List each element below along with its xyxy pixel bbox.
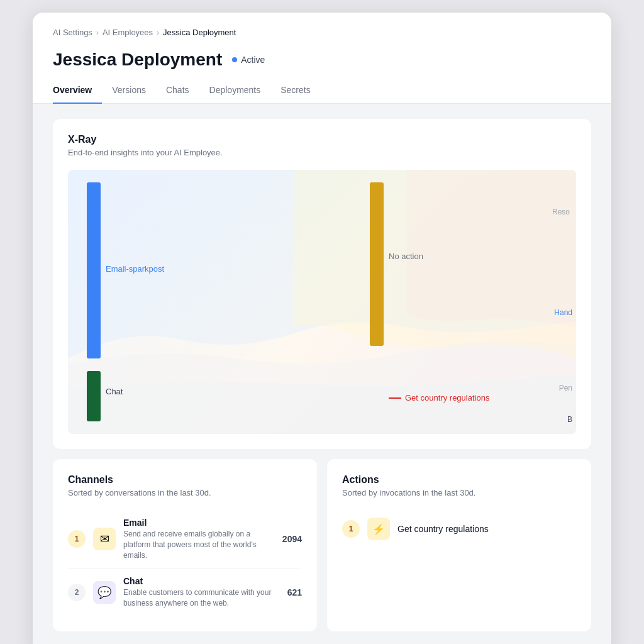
channel-chat-desc: Enable customers to communicate with you… xyxy=(123,587,280,609)
page-header: Jessica Deployment Active xyxy=(33,45,611,70)
page-title: Jessica Deployment xyxy=(53,50,222,70)
xray-subtitle: End-to-end insights into your AI Employe… xyxy=(68,148,576,157)
channels-subtitle: Sorted by conversations in the last 30d. xyxy=(68,488,302,497)
channels-card: Channels Sorted by conversations in the … xyxy=(53,459,317,631)
channel-chat-item: 2 💬 Chat Enable customers to communicate… xyxy=(68,569,302,616)
label-pen: Pen xyxy=(559,384,572,392)
status-label: Active xyxy=(241,55,265,65)
channels-title: Channels xyxy=(68,474,302,486)
content-area: X-Ray End-to-end insights into your AI E… xyxy=(33,104,611,644)
channel-email-name: Email xyxy=(123,518,275,528)
label-hand: Hand xyxy=(554,308,572,317)
breadcrumb-ai-settings[interactable]: AI Settings xyxy=(53,28,92,37)
label-getcountry: Get country regulations xyxy=(389,393,489,402)
breadcrumb-ai-employees[interactable]: AI Employees xyxy=(103,28,153,37)
tabs-container: Overview Versions Chats Deployments Secr… xyxy=(33,70,611,104)
action-getcountry-item: 1 ⚡ Get country regulations xyxy=(342,510,576,548)
tab-overview[interactable]: Overview xyxy=(53,80,102,104)
status-dot xyxy=(232,57,237,62)
breadcrumb-sep-2: › xyxy=(157,28,159,37)
xray-card: X-Ray End-to-end insights into your AI E… xyxy=(53,119,591,449)
channels-list: 1 ✉ Email Send and receive emails global… xyxy=(68,510,302,616)
label-reso: Reso xyxy=(552,208,570,216)
bar-email xyxy=(87,182,101,358)
label-email: Email-sparkpost xyxy=(106,264,164,274)
actions-list: 1 ⚡ Get country regulations xyxy=(342,510,576,548)
status-badge: Active xyxy=(232,55,265,65)
channel-email-item: 1 ✉ Email Send and receive emails global… xyxy=(68,510,302,569)
breadcrumb-sep-1: › xyxy=(96,28,99,37)
action-getcountry-icon: ⚡ xyxy=(367,518,390,540)
actions-subtitle: Sorted by invocations in the last 30d. xyxy=(342,488,576,497)
breadcrumb: AI Settings › AI Employees › Jessica Dep… xyxy=(33,13,611,45)
actions-card: Actions Sorted by invocations in the las… xyxy=(327,459,591,631)
channel-email-count: 2094 xyxy=(282,534,302,544)
main-window: AI Settings › AI Employees › Jessica Dep… xyxy=(33,13,611,644)
tab-versions[interactable]: Versions xyxy=(102,80,156,104)
xray-chart: Email-sparkpost No action Chat Get count… xyxy=(68,170,576,434)
xray-title: X-Ray xyxy=(68,134,576,145)
action-getcountry-name: Get country regulations xyxy=(397,524,489,534)
bar-noaction xyxy=(370,182,384,346)
label-chat: Chat xyxy=(106,387,123,396)
channel-chat-count: 621 xyxy=(287,587,302,597)
label-b: B xyxy=(567,415,572,424)
channel-email-desc: Send and receive emails globally on a pl… xyxy=(123,529,275,560)
tab-deployments[interactable]: Deployments xyxy=(199,80,271,104)
breadcrumb-current: Jessica Deployment xyxy=(163,28,236,37)
channel-email-icon: ✉ xyxy=(93,528,116,550)
actions-title: Actions xyxy=(342,474,576,486)
channel-chat-info: Chat Enable customers to communicate wit… xyxy=(123,576,280,609)
channel-rank-2: 2 xyxy=(68,584,86,601)
label-noaction: No action xyxy=(389,252,423,261)
bar-chat xyxy=(87,371,101,421)
channel-chat-icon: 💬 xyxy=(93,581,116,604)
bottom-grid: Channels Sorted by conversations in the … xyxy=(53,459,591,641)
channel-rank-1: 1 xyxy=(68,530,86,548)
action-rank-1: 1 xyxy=(342,520,360,538)
tab-chats[interactable]: Chats xyxy=(156,80,199,104)
channel-email-info: Email Send and receive emails globally o… xyxy=(123,518,275,560)
tab-secrets[interactable]: Secrets xyxy=(270,80,320,104)
channel-chat-name: Chat xyxy=(123,576,280,586)
